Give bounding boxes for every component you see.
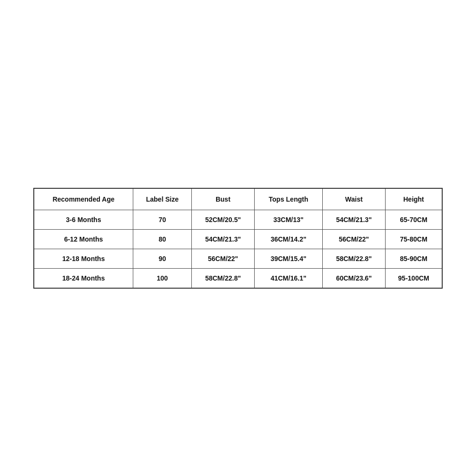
table-cell: 39CM/15.4" (255, 249, 323, 268)
table-cell: 56CM/22" (191, 249, 254, 268)
header-height: Height (386, 188, 442, 210)
table-cell: 58CM/22.8" (322, 249, 385, 268)
size-chart-table: Recommended Age Label Size Bust Tops Len… (33, 188, 443, 289)
size-chart-container: Recommended Age Label Size Bust Tops Len… (33, 188, 443, 289)
table-cell: 54CM/21.3" (322, 210, 385, 229)
header-recommended-age: Recommended Age (34, 188, 133, 210)
table-cell: 33CM/13" (255, 210, 323, 229)
table-cell: 6-12 Months (34, 229, 133, 249)
table-cell: 95-100CM (386, 268, 442, 288)
table-cell: 70 (133, 210, 191, 229)
table-header-row: Recommended Age Label Size Bust Tops Len… (34, 188, 442, 210)
table-cell: 80 (133, 229, 191, 249)
table-cell: 58CM/22.8" (191, 268, 254, 288)
table-cell: 54CM/21.3" (191, 229, 254, 249)
table-cell: 100 (133, 268, 191, 288)
table-cell: 36CM/14.2" (255, 229, 323, 249)
table-cell: 90 (133, 249, 191, 268)
header-tops-length: Tops Length (255, 188, 323, 210)
table-row: 3-6 Months7052CM/20.5"33CM/13"54CM/21.3"… (34, 210, 442, 229)
table-row: 12-18 Months9056CM/22"39CM/15.4"58CM/22.… (34, 249, 442, 268)
header-label-size: Label Size (133, 188, 191, 210)
table-cell: 3-6 Months (34, 210, 133, 229)
table-cell: 60CM/23.6" (322, 268, 385, 288)
table-cell: 65-70CM (386, 210, 442, 229)
table-cell: 52CM/20.5" (191, 210, 254, 229)
table-cell: 75-80CM (386, 229, 442, 249)
table-cell: 85-90CM (386, 249, 442, 268)
header-waist: Waist (322, 188, 385, 210)
table-cell: 12-18 Months (34, 249, 133, 268)
header-bust: Bust (191, 188, 254, 210)
table-cell: 18-24 Months (34, 268, 133, 288)
table-row: 6-12 Months8054CM/21.3"36CM/14.2"56CM/22… (34, 229, 442, 249)
table-cell: 56CM/22" (322, 229, 385, 249)
table-cell: 41CM/16.1" (255, 268, 323, 288)
table-row: 18-24 Months10058CM/22.8"41CM/16.1"60CM/… (34, 268, 442, 288)
